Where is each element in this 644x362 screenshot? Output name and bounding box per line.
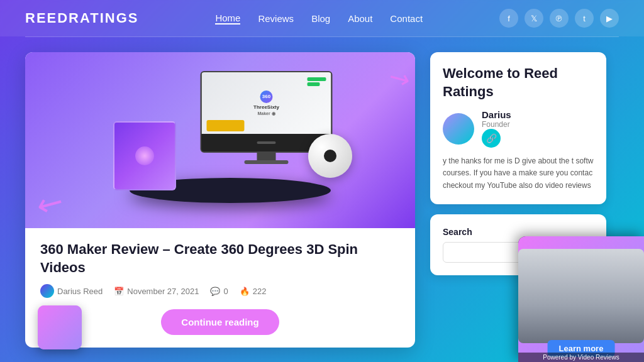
views-icon: 🔥 [240, 287, 250, 296]
powered-label: Powered by Video Reviews [518, 353, 644, 362]
nav-contact[interactable]: Contact [390, 13, 423, 24]
header: ReedRatings Home Reviews Blog About Cont… [0, 0, 644, 36]
nav-reviews[interactable]: Reviews [258, 13, 294, 24]
youtube-icon[interactable]: ▶ [600, 9, 619, 28]
arrow-right-icon: ↙ [380, 63, 415, 96]
monitor-logo: 360 ThreeSixty Maker ◉ [253, 90, 279, 116]
author-avatar-small [40, 284, 54, 298]
social-icons: f 𝕏 ℗ t ▶ [499, 9, 619, 28]
meta-comments: 💬 0 [210, 287, 228, 296]
article-title: 360 Maker Review – Create 360 Degrees 3D… [40, 241, 400, 277]
nav-blog[interactable]: Blog [311, 13, 330, 24]
threesixty-icon: 360 [260, 90, 273, 103]
monitor-yellow-btn [207, 120, 245, 131]
author-info: Darius Founder 🔗 [482, 109, 511, 148]
twitter-icon[interactable]: 𝕏 [525, 9, 543, 28]
pinterest-icon[interactable]: ℗ [550, 9, 569, 28]
view-count: 222 [253, 287, 267, 296]
article-date: November 27, 2021 [127, 287, 199, 296]
tumblr-icon[interactable]: t [575, 9, 594, 28]
nav-home[interactable]: Home [215, 13, 240, 25]
author-name: Darius Reed [57, 287, 103, 296]
comment-count: 0 [223, 287, 228, 296]
article-meta: Darius Reed 📅 November 27, 2021 💬 0 🔥 22… [40, 284, 400, 298]
sidebar-description: y the hanks for me is D give about the t… [443, 155, 594, 192]
search-label: Search [443, 227, 594, 237]
facebook-icon[interactable]: f [499, 9, 518, 28]
meta-date: 📅 November 27, 2021 [114, 287, 199, 296]
author-role: Founder [482, 120, 511, 129]
logo: ReedRatings [25, 10, 139, 26]
calendar-icon: 📅 [114, 287, 124, 296]
article-image: 360 ThreeSixty Maker ◉ [25, 52, 415, 228]
article-card: 360 ThreeSixty Maker ◉ [25, 52, 415, 348]
article-body: 360 Maker Review – Create 360 Degrees 3D… [25, 228, 415, 348]
author-link-button[interactable]: 🔗 [482, 129, 501, 148]
main-nav: Home Reviews Blog About Contact [215, 13, 423, 25]
author-avatar [443, 113, 474, 145]
meta-author: Darius Reed [40, 284, 103, 298]
meta-views: 🔥 222 [240, 287, 267, 296]
welcome-title: Welcome to Reed Ratings [443, 65, 594, 101]
monitor-bars [308, 77, 326, 86]
product-box [113, 121, 176, 190]
camera-sphere [308, 134, 352, 178]
nav-about[interactable]: About [348, 13, 372, 24]
comment-icon: 💬 [210, 287, 220, 296]
author-display-name: Darius [482, 109, 511, 120]
logo-text: ReedRatings [25, 10, 139, 26]
arrow-left-icon: ↙ [30, 181, 71, 226]
continue-reading-button[interactable]: Continue reading [161, 309, 279, 335]
video-popup-inner: Learn more Powered by Video Reviews [518, 236, 644, 362]
float-avatar [38, 305, 82, 349]
video-popup: Learn more Powered by Video Reviews [518, 236, 644, 362]
author-row: Darius Founder 🔗 [443, 109, 594, 148]
welcome-card: Welcome to Reed Ratings Darius Founder 🔗… [430, 52, 606, 204]
video-person [518, 249, 644, 343]
